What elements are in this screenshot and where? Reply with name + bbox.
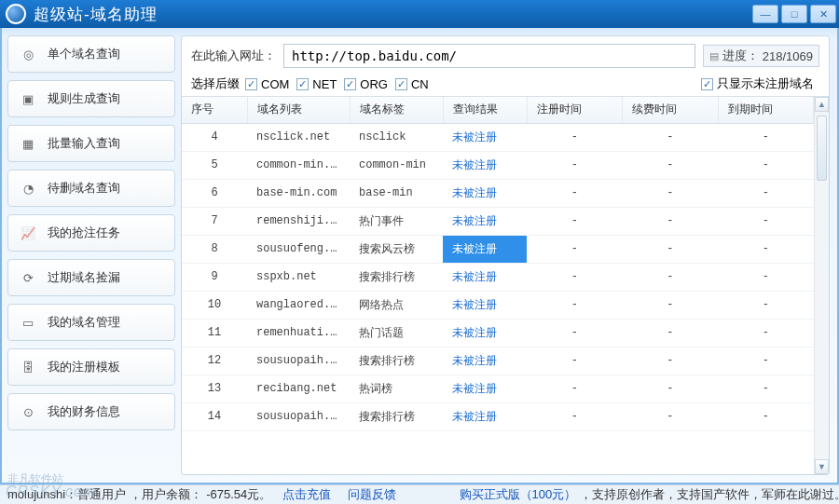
cell-no: 6 [182,179,247,207]
cell-expire-time: - [718,235,814,263]
scroll-down-button[interactable]: ▼ [815,459,829,474]
app-body: ◎单个域名查询▣规则生成查询▦批量输入查询◔待删域名查询📈我的抢注任务⟳过期域名… [0,28,839,484]
minimize-button[interactable]: — [752,5,778,23]
cell-result[interactable]: 未被注册 [443,402,527,430]
cell-result[interactable]: 未被注册 [443,263,527,291]
cell-reg-time: - [527,263,623,291]
cell-result[interactable]: 未被注册 [443,347,527,375]
table-row[interactable]: 5common-min...common-min未被注册--- [182,151,829,179]
scroll-up-button[interactable]: ▲ [815,97,829,112]
suffix-checkbox-com[interactable]: ✓COM [245,77,289,91]
cell-result[interactable]: 未被注册 [443,151,527,179]
sidebar-item-5[interactable]: ⟳过期域名捡漏 [7,259,175,296]
sidebar-item-2[interactable]: ▦批量输入查询 [7,125,175,162]
table-row[interactable]: 4nsclick.netnsclick未被注册--- [182,123,829,151]
sidebar-item-7[interactable]: 🗄我的注册模板 [7,348,175,386]
only-unregistered-checkbox[interactable]: ✓ 只显示未注册域名 [701,75,814,92]
suffix-checkbox-net[interactable]: ✓NET [296,77,337,91]
status-tail: ，支持原创作者，支持国产软件，军师在此谢过。 [580,486,839,503]
sidebar: ◎单个域名查询▣规则生成查询▦批量输入查询◔待删域名查询📈我的抢注任务⟳过期域名… [2,28,181,483]
sidebar-item-0[interactable]: ◎单个域名查询 [7,35,175,73]
cell-renew-time: - [623,263,719,291]
cell-result[interactable]: 未被注册 [443,179,527,207]
cell-domain: nsclick.net [247,123,350,151]
sidebar-item-8[interactable]: ⊙我的财务信息 [7,393,175,430]
cell-domain: remenshiji... [247,207,350,235]
column-header[interactable]: 到期时间 [718,97,814,123]
cell-result[interactable]: 未被注册 [443,123,527,151]
sidebar-item-label: 我的财务信息 [48,403,120,420]
statusbar: molujunshi：普通用户 ，用户余额： -675.54元。 点击充值 问题… [0,484,839,504]
cell-result[interactable]: 未被注册 [443,207,527,235]
cell-result[interactable]: 未被注册 [443,291,527,319]
close-button[interactable]: ✕ [810,5,836,23]
cell-expire-time: - [718,402,814,430]
status-balance-label: ，用户余额： [130,486,202,503]
cell-domain: sousuopaih... [247,347,350,375]
cell-renew-time: - [623,235,719,263]
cell-tag: 网络热点 [350,291,443,319]
column-header[interactable]: 查询结果 [443,97,527,123]
status-user: molujunshi：普通用户 [7,486,126,503]
progress-icon: ▤ [709,50,719,62]
feedback-link[interactable]: 问题反馈 [348,486,396,503]
checkbox-icon: ✓ [395,78,407,90]
cell-no: 9 [182,263,247,291]
cell-tag: base-min [350,179,443,207]
vertical-scrollbar[interactable]: ▲ ▼ [814,97,829,474]
toolbar: 在此输入网址： ▤ 进度：218/1069 选择后缀 ✓COM✓NET✓ORG✓… [182,36,829,96]
drawer-icon: 🗄 [18,357,38,377]
cell-tag: 热门事件 [350,207,443,235]
table-row[interactable]: 9sspxb.net搜索排行榜未被注册--- [182,263,829,291]
cell-tag: 搜索风云榜 [350,235,443,263]
table-row[interactable]: 11remenhuati...热门话题未被注册--- [182,319,829,347]
suffix-label: ORG [360,77,388,91]
window-title: 超级站-域名助理 [34,4,158,25]
scroll-thumb[interactable] [817,116,827,181]
sidebar-item-label: 待删域名查询 [48,180,120,197]
buy-link[interactable]: 购买正式版（100元） [460,486,577,503]
sidebar-item-3[interactable]: ◔待删域名查询 [7,170,175,207]
cell-tag: 热词榜 [350,375,443,402]
sidebar-item-label: 过期域名捡漏 [48,269,120,286]
cell-expire-time: - [718,291,814,319]
checkbox-icon: ✓ [701,78,713,90]
cell-result[interactable]: 未被注册 [443,375,527,402]
table-row[interactable]: 6base-min.combase-min未被注册--- [182,179,829,207]
table-row[interactable]: 7remenshiji...热门事件未被注册--- [182,207,829,235]
table-container: 序号域名列表域名标签查询结果注册时间续费时间到期时间 4nsclick.netn… [182,96,829,474]
sidebar-item-4[interactable]: 📈我的抢注任务 [7,214,175,252]
cell-expire-time: - [718,319,814,347]
cell-domain: sousuofeng... [247,235,350,263]
cell-no: 4 [182,123,247,151]
table-row[interactable]: 12sousuopaih...搜索排行榜未被注册--- [182,347,829,375]
cell-domain: sousuopaih... [247,402,350,430]
cell-renew-time: - [623,151,719,179]
stopwatch-icon: ◔ [18,178,38,198]
column-header[interactable]: 注册时间 [527,97,623,123]
suffix-label: CN [411,77,429,91]
column-header[interactable]: 域名标签 [350,97,443,123]
url-input[interactable] [283,44,695,68]
recharge-link[interactable]: 点击充值 [282,486,331,503]
grid-icon: ▦ [18,133,38,154]
column-header[interactable]: 域名列表 [247,97,350,123]
table-row[interactable]: 14sousuopaih...搜索排行榜未被注册--- [182,402,829,430]
maximize-button[interactable]: □ [781,5,807,23]
column-header[interactable]: 序号 [182,97,247,123]
cell-reg-time: - [527,123,623,151]
cell-result[interactable]: 未被注册 [443,319,527,347]
table-row[interactable]: 13recibang.net热词榜未被注册--- [182,375,829,402]
table-row[interactable]: 10wanglaored...网络热点未被注册--- [182,291,829,319]
column-header[interactable]: 续费时间 [623,97,719,123]
cell-expire-time: - [718,123,814,151]
sidebar-item-6[interactable]: ▭我的域名管理 [7,304,175,341]
cell-result[interactable]: 未被注册 [443,235,527,263]
status-balance: -675.54元。 [206,486,271,503]
sidebar-item-label: 我的抢注任务 [48,225,120,241]
sidebar-item-1[interactable]: ▣规则生成查询 [7,80,175,117]
table-row[interactable]: 8sousuofeng...搜索风云榜未被注册--- [182,235,829,263]
cell-reg-time: - [527,375,623,402]
suffix-checkbox-cn[interactable]: ✓CN [395,77,429,91]
suffix-checkbox-org[interactable]: ✓ORG [344,77,388,91]
